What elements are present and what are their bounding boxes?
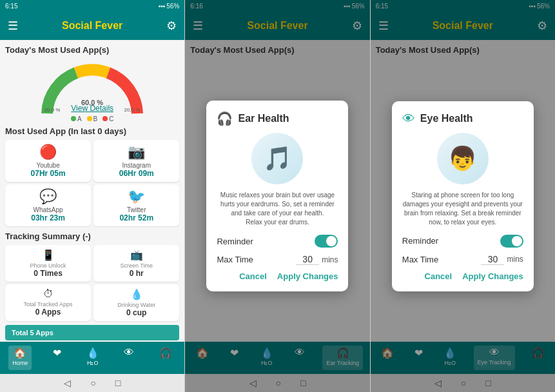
- legend-a: A: [71, 115, 82, 122]
- app-name-0: Youtube: [36, 162, 59, 169]
- battery-icon: 56%: [166, 3, 179, 10]
- modal-image: 👦: [402, 133, 523, 184]
- modal-description: Music relaxes your brain but over usage …: [217, 191, 338, 227]
- reminder-label: Reminder: [402, 236, 438, 246]
- nav-item-4[interactable]: 🎧: [155, 346, 176, 370]
- cancel-button[interactable]: Cancel: [239, 271, 267, 281]
- apps-grid: 🔴 Youtube 07Hr 05m 📷 Instagram 06Hr 09m …: [5, 140, 179, 226]
- maxtime-row: Max Time mins: [217, 254, 338, 265]
- tracking-value-2: 0 Apps: [35, 308, 61, 317]
- nav-icon-3: 👁: [124, 347, 134, 358]
- mins-label: mins: [322, 255, 338, 264]
- modal-image: 🎵: [217, 133, 338, 184]
- reminder-toggle[interactable]: [500, 235, 523, 248]
- svg-text:20.0 %: 20.0 %: [44, 107, 61, 113]
- nav-item-0[interactable]: 🏠 Home: [8, 346, 32, 370]
- nav-item-2[interactable]: 💧 H₂O: [83, 346, 103, 370]
- tracking-item-2: ⏱ Total Tracked Apps 0 Apps: [5, 284, 91, 321]
- app-time-1: 06Hr 09m: [119, 169, 154, 178]
- most-used-apps-title: Most Used App (In last 0 days): [5, 126, 179, 136]
- figure-emoji: 👦: [448, 145, 477, 172]
- most-used-title: Today's Most Used App(s): [5, 45, 179, 55]
- tracking-value-3: 0 cup: [126, 308, 146, 317]
- nav-label-0: Home: [12, 360, 28, 366]
- figure-emoji: 🎵: [263, 145, 292, 172]
- settings-icon[interactable]: ⚙: [166, 19, 177, 33]
- maxtime-input[interactable]: [481, 254, 504, 265]
- modal-dialog: 🎧 Ear Health 🎵 Music relaxes your brain …: [206, 101, 348, 291]
- apply-button[interactable]: Apply Changes: [462, 271, 523, 281]
- tracking-label-0: Phone Unlock: [30, 262, 66, 269]
- apply-button[interactable]: Apply Changes: [277, 271, 338, 281]
- legend-c: C: [102, 115, 113, 122]
- tracking-icon-0: 📱: [42, 249, 55, 261]
- modal-overlay: 🎧 Ear Health 🎵 Music relaxes your brain …: [185, 0, 369, 392]
- app-time-3: 02hr 52m: [119, 213, 153, 222]
- maxtime-input[interactable]: [296, 254, 319, 265]
- modal-buttons: Cancel Apply Changes: [402, 271, 523, 281]
- nav-item-1[interactable]: ❤: [49, 346, 65, 370]
- modal-dialog: 👁 Eye Health 👦 Staring at phone screen f…: [392, 101, 534, 291]
- top-bar: ☰ Social Fever ⚙: [0, 12, 184, 40]
- app-icon-3: 🐦: [128, 188, 145, 205]
- modal-figure: 🎵: [251, 133, 303, 184]
- screens-container: 6:15 ▪▪▪ 56% ☰ Social Fever ⚙ Today's Mo…: [0, 0, 555, 392]
- app-item-1: 📷 Instagram 06Hr 09m: [93, 140, 179, 182]
- app-name-2: WhatsApp: [34, 206, 63, 213]
- mins-label: mins: [507, 255, 523, 264]
- nav-icon-2: 💧: [86, 347, 99, 359]
- app-icon-0: 🔴: [39, 144, 57, 161]
- tracking-item-0: 📱 Phone Unlock 0 Times: [5, 245, 91, 282]
- recents-button[interactable]: □: [115, 378, 121, 388]
- tracking-icon-2: ⏱: [43, 288, 54, 300]
- tracking-value-0: 0 Times: [34, 269, 62, 278]
- tracking-title: Tracking Summary (-): [5, 231, 179, 241]
- menu-icon[interactable]: ☰: [8, 19, 18, 33]
- status-time: 6:15: [5, 3, 17, 10]
- tracking-grid: 📱 Phone Unlock 0 Times 📺 Screen Time 0 h…: [5, 245, 179, 321]
- maxtime-input-group: mins: [481, 254, 523, 265]
- modal-title: Eye Health: [420, 113, 473, 124]
- modal-header: 👁 Eye Health: [402, 112, 523, 126]
- tracking-icon-3: 💧: [130, 288, 143, 300]
- screen-2: 6:16 ▪▪▪ 56% ☰ Social Fever ⚙ Today's Mo…: [185, 0, 370, 392]
- nav-icon-1: ❤: [53, 347, 61, 359]
- modal-title: Ear Health: [238, 113, 289, 124]
- reminder-row: Reminder: [217, 235, 338, 248]
- app-item-3: 🐦 Twitter 02hr 52m: [93, 184, 179, 226]
- bottom-nav: 🏠 Home ❤ 💧 H₂O 👁 🎧: [0, 342, 184, 374]
- content: Today's Most Used App(s) 60.0 % 20.0 % 2…: [0, 40, 184, 342]
- tracking-icon-1: 📺: [130, 249, 143, 261]
- gauge-legend: A B C: [71, 115, 114, 122]
- app-name-3: Twitter: [127, 206, 146, 213]
- app-time-2: 03hr 23m: [31, 213, 65, 222]
- nav-label-2: H₂O: [87, 360, 99, 366]
- app-icon-1: 📷: [128, 144, 145, 161]
- view-details-link[interactable]: View Details: [71, 104, 113, 113]
- back-button[interactable]: ◁: [64, 378, 71, 388]
- nav-icon-0: 🏠: [14, 347, 26, 359]
- tracking-label-2: Total Tracked Apps: [24, 301, 73, 308]
- cancel-button[interactable]: Cancel: [425, 271, 453, 281]
- modal-header-icon: 👁: [402, 112, 415, 126]
- maxtime-label: Max Time: [402, 255, 438, 264]
- modal-description: Staring at phone screen for too long dam…: [402, 191, 523, 227]
- reminder-toggle[interactable]: [315, 235, 338, 248]
- app-item-0: 🔴 Youtube 07Hr 05m: [5, 140, 91, 182]
- modal-figure: 👦: [437, 133, 489, 184]
- home-button[interactable]: ○: [90, 378, 95, 388]
- status-bar: 6:15 ▪▪▪ 56%: [0, 0, 184, 12]
- app-time-0: 07Hr 05m: [31, 169, 66, 178]
- nav-icon-4: 🎧: [159, 347, 172, 359]
- maxtime-label: Max Time: [217, 255, 253, 264]
- maxtime-input-group: mins: [296, 254, 338, 265]
- app-name-1: Instagram: [122, 162, 151, 169]
- total-apps-bar: Total 5 Apps: [5, 325, 179, 340]
- nav-item-3[interactable]: 👁: [120, 346, 138, 370]
- tracking-item-3: 💧 Drinking Water 0 cup: [93, 284, 179, 321]
- legend-b: B: [87, 115, 98, 122]
- tracking-value-1: 0 hr: [130, 269, 144, 278]
- reminder-label: Reminder: [217, 237, 253, 246]
- tracking-item-1: 📺 Screen Time 0 hr: [93, 245, 179, 282]
- tracking-label-3: Drinking Water: [117, 302, 155, 308]
